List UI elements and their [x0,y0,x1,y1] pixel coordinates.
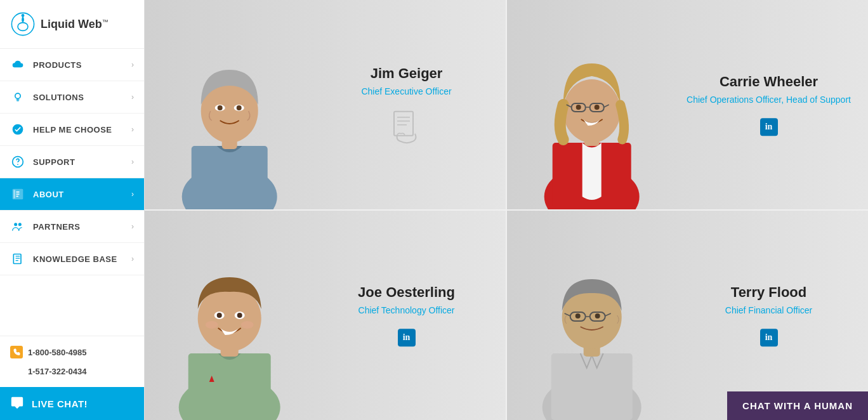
cv-document-icon [391,109,423,144]
logo-text: Liquid Web [41,18,102,30]
chevron-right-icon: › [131,125,134,134]
person-card-carrie[interactable]: Carrie Wheeler Chief Operations Officer,… [507,0,868,209]
sidebar-item-about[interactable]: ABOUT › [0,178,144,211]
joe-silhouette [145,211,314,420]
logo-tm: ™ [102,18,109,25]
jim-cv-icon[interactable] [313,109,499,144]
nav-label-partners: PARTNERS [33,222,131,232]
question-icon [10,154,25,169]
about-icon [10,187,25,202]
jim-name: Jim Geiger [313,65,499,82]
jim-info: Jim Geiger Chief Executive Officer [307,59,506,151]
joe-info: Joe Oesterling Chief Technology Officer … [307,278,506,353]
person-card-terry[interactable]: Terry Flood Chief Financial Officer in [507,211,868,420]
joe-linkedin[interactable]: in [313,329,499,346]
svg-rect-45 [551,353,633,420]
bulb-icon [10,89,25,105]
svg-point-17 [218,105,223,110]
chat-with-human-button[interactable]: CHAT WITH A HUMAN [727,391,868,420]
person-card-joe[interactable]: Joe Oesterling Chief Technology Officer … [145,211,506,420]
phone-number-1: 1-800-580-4985 [28,348,87,357]
chevron-right-icon: › [131,93,134,102]
svg-point-9 [18,223,22,226]
terry-info: Terry Flood Chief Financial Officer in [669,278,868,353]
svg-rect-19 [394,111,413,135]
nav-label-solutions: SOLUTIONS [33,93,131,102]
svg-point-18 [237,105,242,110]
joe-title: Chief Technology Officer [313,305,499,317]
svg-point-32 [576,105,581,110]
nav-label-help: HELP ME CHOOSE [33,125,131,135]
phone-number-2: 1-517-322-0434 [28,367,87,376]
sidebar-item-products[interactable]: PRODUCTS › [0,49,144,81]
chat-human-label: CHAT WITH A HUMAN [742,400,853,411]
svg-point-6 [17,164,18,165]
phone-numbers: 1-800-580-4985 1-517-322-0434 [0,336,144,387]
svg-point-3 [15,93,20,98]
phone-icon-1 [10,346,23,358]
carrie-silhouette [507,0,676,209]
book-icon [10,251,25,266]
logo-text-container: Liquid Web™ [41,18,109,31]
partners-icon [10,219,25,234]
live-chat-label: LIVE CHAT! [32,398,88,409]
sidebar: Liquid Web™ PRODUCTS › SOLUTIONS › HELP … [0,0,145,420]
chevron-right-icon: › [131,222,134,231]
jim-silhouette [145,0,314,209]
svg-point-40 [217,313,222,318]
sidebar-item-support[interactable]: SUPPORT › [0,146,144,178]
svg-point-2 [22,14,25,17]
svg-point-53 [575,313,581,318]
svg-point-1 [18,23,28,31]
svg-point-42 [206,321,218,329]
svg-point-33 [595,105,600,110]
cloud-icon [10,57,25,72]
nav-label-knowledge-base: KNOWLEDGE BASE [33,254,131,264]
nav-label-products: PRODUCTS [33,60,131,70]
chat-icon [10,396,25,411]
person-card-jim[interactable]: Jim Geiger Chief Executive Officer [145,0,506,209]
sidebar-item-solutions[interactable]: SOLUTIONS › [0,81,144,114]
joe-name: Joe Oesterling [313,284,499,301]
live-chat-bar[interactable]: LIVE CHAT! [0,387,144,420]
svg-rect-10 [13,254,21,264]
avatar-terry [507,211,676,420]
nav-label-support: SUPPORT [33,157,131,167]
avatar-carrie [507,0,676,209]
logo-area[interactable]: Liquid Web™ [0,0,144,49]
svg-point-41 [237,313,242,318]
phone-spacer [10,365,23,377]
sidebar-item-knowledge-base[interactable]: KNOWLEDGE BASE › [0,243,144,275]
nav-menu: PRODUCTS › SOLUTIONS › HELP ME CHOOSE › … [0,49,144,336]
check-icon [10,122,25,137]
carrie-linkedin[interactable]: in [676,118,862,136]
main-content: Jim Geiger Chief Executive Officer [145,0,868,420]
jim-title: Chief Executive Officer [313,86,499,98]
sidebar-item-help-me-choose[interactable]: HELP ME CHOOSE › [0,114,144,146]
carrie-title: Chief Operations Officer, Head of Suppor… [676,94,862,107]
nav-label-about: ABOUT [33,190,131,199]
chevron-right-icon: › [131,60,134,69]
avatar-joe [145,211,314,420]
linkedin-badge[interactable]: in [760,118,778,136]
chevron-right-icon: › [131,254,134,263]
logo-icon [10,11,36,37]
svg-rect-12 [192,146,268,209]
sidebar-item-partners[interactable]: PARTNERS › [0,211,144,243]
terry-silhouette [507,211,676,420]
avatar-jim [145,0,314,209]
phone-line-2[interactable]: 1-517-322-0434 [10,362,134,381]
chevron-right-icon: › [131,190,134,199]
linkedin-badge[interactable]: in [760,329,778,346]
svg-point-54 [595,313,600,318]
terry-title: Chief Financial Officer [676,305,862,317]
svg-rect-35 [188,353,271,420]
terry-name: Terry Flood [676,284,862,301]
svg-point-43 [241,321,254,329]
terry-linkedin[interactable]: in [676,329,862,346]
linkedin-badge[interactable]: in [398,329,416,346]
carrie-name: Carrie Wheeler [676,74,862,90]
phone-line-1[interactable]: 1-800-580-4985 [10,343,134,362]
carrie-info: Carrie Wheeler Chief Operations Officer,… [669,67,868,142]
svg-point-8 [14,223,17,226]
